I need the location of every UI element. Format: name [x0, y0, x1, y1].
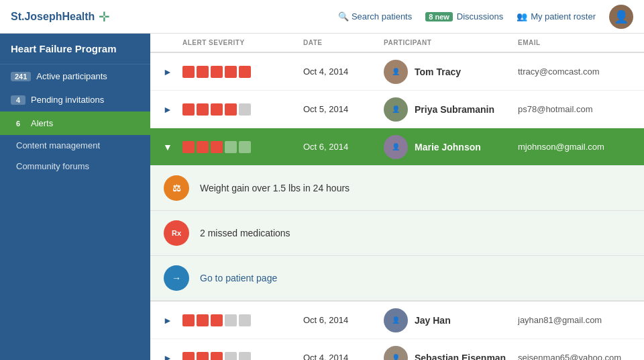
bar: [211, 314, 223, 326]
col-severity: ALERT SEVERITY: [177, 39, 298, 46]
pending-count: 4: [11, 95, 25, 105]
logo: St.JosephHealth ✛: [11, 9, 110, 25]
email-cell: ps78@hotmail.com: [513, 104, 644, 114]
col-participant: PARTICIPANT: [378, 39, 513, 46]
bar: [239, 103, 251, 116]
email-cell: jayhan81@gmail.com: [513, 315, 644, 325]
content-area: ALERT SEVERITY DATE PARTICIPANT EMAIL PH…: [150, 34, 644, 360]
col-email: EMAIL: [513, 39, 644, 46]
medication-alert-text: 2 missed medications: [200, 228, 290, 238]
bar: [211, 66, 223, 78]
participant-name: Sebastian Eisenman: [415, 353, 506, 361]
bar: [197, 66, 209, 78]
participant-cell: 👤 Sebastian Eisenman: [378, 346, 513, 361]
bar: [211, 141, 223, 153]
bar: [197, 103, 209, 116]
expand-arrow: ►: [150, 353, 177, 361]
alerts-label: Alerts: [31, 118, 53, 128]
email-cell: seisenman65@yahoo.com: [513, 353, 644, 360]
date-cell: Oct 6, 2014: [298, 315, 378, 325]
table-row-expanded[interactable]: ▼ Oct 6, 2014 👤 Marie Johnson mjohnson@g…: [150, 128, 644, 166]
bar: [225, 66, 237, 78]
bar: [211, 352, 223, 361]
date-cell: Oct 4, 2014: [298, 353, 378, 360]
search-icon: 🔍: [338, 11, 349, 21]
search-patients-button[interactable]: 🔍 Search patients: [338, 11, 412, 21]
table-row[interactable]: ► Oct 4, 2014 👤 Tom Tracy ttracy@comcast…: [150, 53, 644, 91]
sidebar-item-active[interactable]: 241 Active participants: [0, 64, 150, 88]
patient-roster-button[interactable]: 👥 My patient roster: [517, 11, 596, 21]
alert-severity: [177, 66, 298, 78]
bar: [239, 352, 251, 361]
bar: [239, 141, 251, 153]
alert-severity: [177, 141, 298, 153]
weight-alert-icon: ⚖: [164, 175, 189, 201]
detail-section: ⚖ Weight gain over 1.5 lbs in 24 hours R…: [150, 166, 644, 302]
alert-severity: [177, 103, 298, 116]
table-header: ALERT SEVERITY DATE PARTICIPANT EMAIL PH…: [150, 34, 644, 53]
date-cell: Oct 5, 2014: [298, 104, 378, 114]
sidebar-item-alerts[interactable]: 6 Alerts: [0, 111, 150, 135]
participant-name: Jay Han: [415, 315, 451, 326]
sidebar-title: Heart Failure Program: [0, 34, 150, 64]
sidebar-item-community[interactable]: Community forums: [0, 156, 150, 177]
participant-name: Priya Subramanin: [415, 104, 494, 115]
roster-icon: 👥: [517, 11, 527, 21]
expand-arrow: ▼: [150, 142, 177, 152]
sidebar-item-pending[interactable]: 4 Pending invitations: [0, 88, 150, 111]
bar: [182, 103, 195, 116]
participant-cell: 👤 Jay Han: [378, 308, 513, 332]
bar: [225, 103, 237, 116]
bar: [197, 352, 209, 361]
col-expand: [150, 39, 177, 46]
bar: [239, 314, 251, 326]
avatar: 👤: [384, 135, 408, 159]
alerts-count: 6: [11, 119, 25, 128]
date-cell: Oct 6, 2014: [298, 142, 378, 152]
bar: [239, 66, 251, 78]
table-row[interactable]: ► Oct 6, 2014 👤 Jay Han jayhan81@gmail.c…: [150, 302, 644, 339]
participant-cell: 👤 Marie Johnson: [378, 135, 513, 159]
app-header: St.JosephHealth ✛ 🔍 Search patients 8 ne…: [0, 0, 644, 34]
bar: [197, 314, 209, 326]
alert-severity: [177, 352, 298, 361]
alert-medication-row: Rx 2 missed medications: [150, 211, 644, 256]
bar: [182, 314, 195, 326]
pending-label: Pending invitations: [31, 95, 104, 105]
email-cell: mjohnson@gmail.com: [513, 142, 644, 152]
sidebar: Heart Failure Program 241 Active partici…: [0, 34, 150, 360]
patient-page-link[interactable]: Go to patient page: [200, 273, 277, 283]
bar: [182, 352, 195, 361]
sidebar-item-content[interactable]: Content management: [0, 135, 150, 156]
alert-weight-row: ⚖ Weight gain over 1.5 lbs in 24 hours: [150, 166, 644, 211]
expand-arrow: ►: [150, 66, 177, 77]
table-row[interactable]: ► Oct 4, 2014 👤 Sebastian Eisenman seise…: [150, 339, 644, 360]
bar: [182, 141, 195, 153]
user-avatar[interactable]: 👤: [609, 5, 633, 29]
participant-name: Marie Johnson: [415, 142, 481, 152]
avatar: 👤: [384, 308, 408, 332]
bar: [182, 66, 195, 78]
discussions-label: Discussions: [457, 11, 503, 21]
avatar: 👤: [384, 60, 408, 84]
expand-arrow: ►: [150, 315, 177, 326]
discussions-button[interactable]: 8 new Discussions: [425, 11, 503, 21]
col-date: DATE: [298, 39, 378, 46]
logo-text: St.JosephHealth: [11, 11, 95, 23]
bar: [225, 314, 237, 326]
logo-cross-icon: ✛: [99, 9, 110, 25]
participant-cell: 👤 Priya Subramanin: [378, 97, 513, 122]
patient-page-row[interactable]: → Go to patient page: [150, 256, 644, 301]
expand-arrow: ►: [150, 104, 177, 115]
avatar: 👤: [384, 97, 408, 122]
discussions-badge: 8 new: [425, 12, 453, 21]
table-row[interactable]: ► Oct 5, 2014 👤 Priya Subramanin ps78@ho…: [150, 91, 644, 128]
active-count: 241: [11, 72, 31, 81]
alert-severity: [177, 314, 298, 326]
main-content: Heart Failure Program 241 Active partici…: [0, 34, 644, 360]
participant-cell: 👤 Tom Tracy: [378, 60, 513, 84]
avatar: 👤: [384, 346, 408, 361]
participant-name: Tom Tracy: [415, 66, 461, 77]
header-right: 🔍 Search patients 8 new Discussions 👥 My…: [338, 5, 633, 29]
active-label: Active participants: [36, 71, 107, 81]
